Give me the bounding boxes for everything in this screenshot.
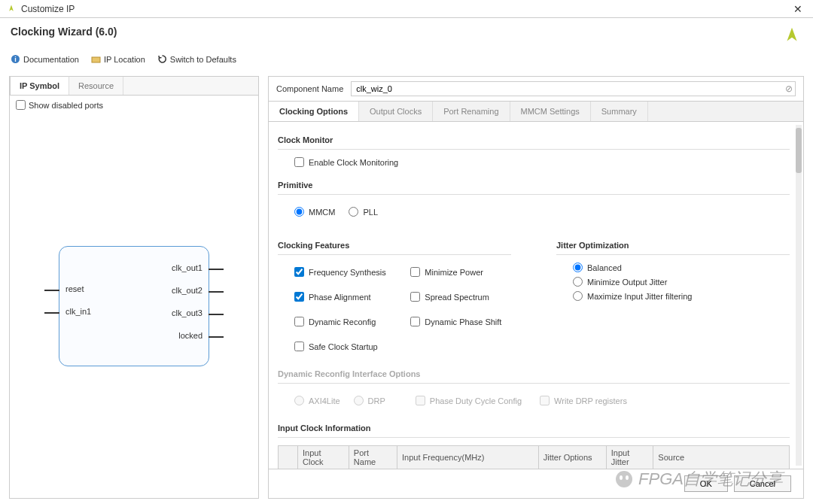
- divider: [278, 149, 790, 150]
- phase-alignment-checkbox[interactable]: [294, 292, 304, 302]
- folder-icon: [91, 54, 101, 64]
- left-panel: IP Symbol Resource Show disabled ports r…: [9, 76, 259, 499]
- ip-block: reset clk_in1 clk_out1 clk_out2 clk_out3…: [59, 246, 209, 366]
- primitive-mmcm-radio[interactable]: [294, 207, 304, 217]
- jitter-optimization-heading: Jitter Optimization: [556, 241, 790, 250]
- left-tabs: IP Symbol Resource: [10, 77, 258, 96]
- refresh-icon: [157, 54, 167, 64]
- dynamic-reconfig-checkbox[interactable]: [294, 317, 304, 326]
- tab-output-clocks[interactable]: Output Clocks: [359, 102, 433, 121]
- show-disabled-ports-checkbox[interactable]: [16, 100, 26, 110]
- safe-clock-startup-checkbox[interactable]: [294, 342, 304, 351]
- jitter-balanced-radio[interactable]: [573, 263, 583, 272]
- frequency-synthesis-checkbox[interactable]: [294, 267, 304, 277]
- app-logo-icon: [6, 4, 17, 14]
- tab-mmcm-settings[interactable]: MMCM Settings: [510, 102, 591, 121]
- close-icon[interactable]: ✕: [789, 3, 807, 15]
- divider: [556, 254, 790, 255]
- port-stub: [44, 290, 59, 291]
- port-locked: locked: [178, 331, 202, 340]
- main-tabs: Clocking Options Output Clocks Port Rena…: [269, 101, 803, 122]
- input-clock-info-heading: Input Clock Information: [278, 424, 790, 433]
- toolbar: i Documentation IP Location Switch to De…: [0, 51, 813, 70]
- cancel-button[interactable]: Cancel: [734, 475, 791, 492]
- jitter-max-input-filter-radio[interactable]: [573, 291, 583, 301]
- component-name-input[interactable]: [351, 81, 796, 96]
- ip-symbol-canvas[interactable]: reset clk_in1 clk_out1 clk_out2 clk_out3…: [10, 114, 258, 498]
- scrollbar-thumb[interactable]: [796, 128, 802, 173]
- port-clk-out1: clk_out1: [172, 263, 202, 272]
- tab-ip-symbol[interactable]: IP Symbol: [10, 76, 69, 95]
- port-reset: reset: [65, 284, 84, 293]
- show-disabled-ports-label: Show disabled ports: [29, 101, 103, 110]
- tab-clocking-options[interactable]: Clocking Options: [269, 102, 359, 121]
- clocking-features-heading: Clocking Features: [278, 241, 511, 250]
- port-clk-out2: clk_out2: [172, 286, 202, 295]
- divider: [278, 383, 790, 384]
- tab-port-renaming[interactable]: Port Renaming: [433, 102, 510, 121]
- port-stub: [209, 336, 224, 338]
- clock-monitor-heading: Clock Monitor: [278, 135, 790, 144]
- right-panel: Component Name ⊘ Clocking Options Output…: [268, 76, 804, 499]
- drp-options-heading: Dynamic Reconfig Interface Options: [278, 369, 790, 378]
- port-stub: [209, 269, 224, 270]
- tab-summary[interactable]: Summary: [591, 102, 648, 121]
- dynamic-phase-shift-checkbox[interactable]: [410, 317, 420, 326]
- divider: [278, 254, 511, 255]
- component-name-label: Component Name: [276, 84, 343, 93]
- primitive-heading: Primitive: [278, 181, 790, 190]
- tab-resource[interactable]: Resource: [69, 77, 123, 95]
- phase-duty-config-checkbox: [416, 396, 425, 405]
- port-clk-in1: clk_in1: [65, 307, 91, 316]
- window-title: Customize IP: [21, 4, 75, 14]
- ip-location-link[interactable]: IP Location: [91, 54, 145, 64]
- switch-defaults-link[interactable]: Switch to Defaults: [157, 54, 236, 64]
- drp-axi4lite-radio: [294, 396, 304, 405]
- primitive-pll-radio[interactable]: [349, 207, 358, 217]
- drp-drp-radio: [354, 396, 364, 405]
- vendor-logo-icon: [781, 26, 802, 47]
- page-title: Clocking Wizard (6.0): [11, 26, 117, 38]
- input-clock-table: Input Clock Port Name Input Frequency(MH…: [278, 445, 790, 469]
- port-stub: [44, 312, 59, 314]
- port-clk-out3: clk_out3: [172, 308, 202, 317]
- options-scroll-area[interactable]: Clock Monitor Enable Clock Monitoring Pr…: [269, 122, 803, 469]
- port-stub: [209, 291, 224, 293]
- title-bar: Customize IP ✕: [0, 0, 813, 18]
- jitter-min-output-radio[interactable]: [573, 277, 583, 287]
- write-drp-registers-checkbox: [540, 396, 550, 405]
- svg-rect-2: [92, 57, 100, 62]
- svg-text:i: i: [14, 56, 17, 63]
- table-header-row: Input Clock Port Name Input Frequency(MH…: [279, 446, 790, 469]
- enable-clock-monitoring-checkbox[interactable]: [294, 157, 304, 167]
- port-stub: [209, 314, 224, 315]
- divider: [278, 194, 790, 195]
- clear-icon[interactable]: ⊘: [785, 83, 793, 94]
- minimize-power-checkbox[interactable]: [410, 267, 420, 277]
- info-icon: i: [11, 54, 20, 64]
- ok-button[interactable]: OK: [684, 475, 728, 492]
- dialog-header: Clocking Wizard (6.0): [0, 18, 813, 51]
- spread-spectrum-checkbox[interactable]: [410, 292, 420, 302]
- divider: [278, 437, 790, 438]
- scrollbar-track[interactable]: [796, 125, 802, 466]
- dialog-footer: OK Cancel: [269, 469, 803, 498]
- documentation-link[interactable]: i Documentation: [11, 54, 79, 64]
